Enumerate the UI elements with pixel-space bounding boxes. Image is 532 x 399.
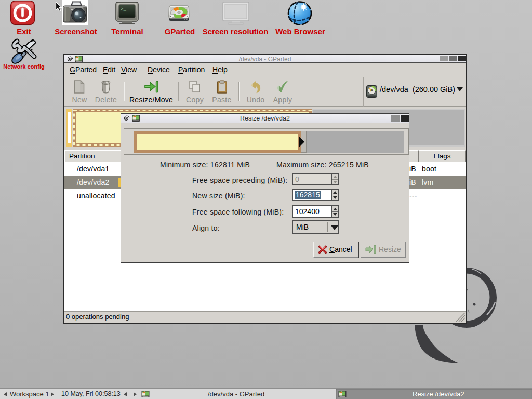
svg-text:>_: >_ <box>121 7 126 12</box>
